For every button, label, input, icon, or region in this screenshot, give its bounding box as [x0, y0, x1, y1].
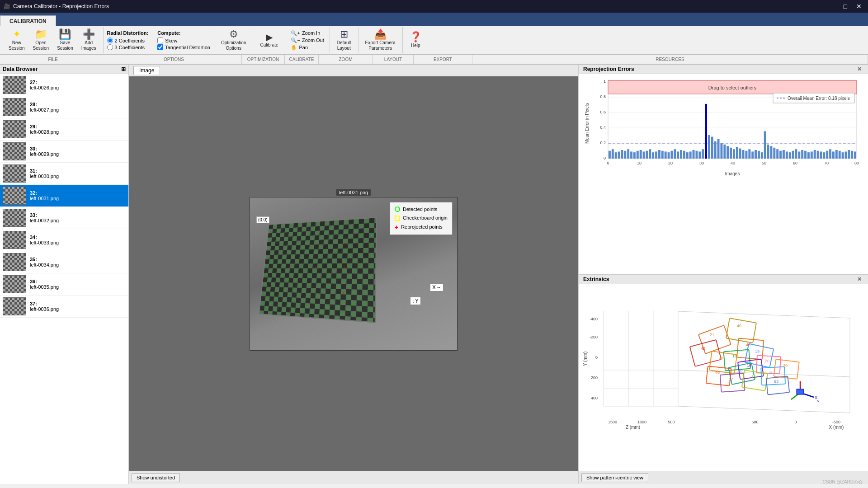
- extrinsics-close-btn[interactable]: ✕: [855, 276, 863, 282]
- svg-text:10: 10: [637, 161, 642, 165]
- svg-text:20: 20: [765, 359, 769, 363]
- default-layout-button[interactable]: ⊞ Default Layout: [334, 28, 354, 52]
- zoom-label: ZOOM: [319, 55, 373, 64]
- sidebar-options-icon[interactable]: ⊞: [121, 66, 126, 72]
- reprojection-close-btn[interactable]: ✕: [855, 66, 863, 72]
- sidebar-item[interactable]: 34: left-0033.png: [0, 229, 128, 251]
- toolbar-layout-section: ⊞ Default Layout: [330, 27, 359, 53]
- reprojection-header: Reprojection Errors ✕: [579, 65, 868, 74]
- close-btn[interactable]: ✕: [854, 3, 864, 10]
- sidebar-item[interactable]: 30: left-0029.png: [0, 141, 128, 163]
- sidebar-thumb: [3, 275, 26, 293]
- chart-bar: [832, 151, 835, 159]
- calibration-tab[interactable]: CALIBRATION: [0, 15, 56, 26]
- coeff-3-radio[interactable]: [107, 44, 113, 50]
- help-button[interactable]: ❓ Help: [406, 31, 425, 50]
- item-info: 37: left-0036.png: [30, 301, 59, 312]
- sidebar-item[interactable]: 28: left-0027.png: [0, 96, 128, 118]
- zoom-out-button[interactable]: 🔍− Zoom Out: [289, 37, 326, 44]
- svg-text:500: 500: [751, 420, 758, 424]
- chart-bar: [708, 135, 710, 159]
- minimize-btn[interactable]: —: [826, 3, 837, 10]
- optimization-label: Optimization Options: [221, 40, 246, 51]
- compute-label: Compute:: [157, 30, 210, 36]
- radial-distortion-group: Radial Distortion: 2 Coefficients 3 Coef…: [107, 30, 149, 50]
- toolbar-file-section: ✦ New Session 📁 Open Session 💾 Save Sess…: [2, 27, 104, 53]
- export-icon: 📤: [374, 29, 387, 39]
- item-number: 27:: [30, 80, 59, 85]
- svg-text:40: 40: [737, 324, 741, 328]
- sidebar-item[interactable]: 33: left-0032.png: [0, 207, 128, 229]
- image-filename: left-0031.png: [336, 189, 371, 196]
- image-content: left-0031.png (0,0): [129, 76, 578, 471]
- toolbar-export-section: 📤 Export Camera Parameters: [359, 27, 403, 53]
- item-filename: left-0026.png: [30, 85, 59, 90]
- item-number: 37:: [30, 301, 59, 306]
- export-camera-params-button[interactable]: 📤 Export Camera Parameters: [362, 28, 399, 52]
- show-undistorted-button[interactable]: Show undistorted: [132, 473, 180, 482]
- toolbar-resources-section: ❓ Help: [403, 27, 429, 53]
- zoom-in-button[interactable]: 🔍+ Zoom In: [289, 30, 326, 37]
- tangential-checkbox[interactable]: [157, 44, 163, 50]
- svg-text:-200: -200: [590, 335, 598, 339]
- sidebar-list[interactable]: 27: left-0026.png 28: left-0027.png 29: …: [0, 74, 128, 484]
- chart-bar: [674, 149, 676, 159]
- extrinsics-header: Extrinsics ✕: [579, 275, 868, 284]
- svg-text:1000: 1000: [637, 420, 646, 424]
- maximize-btn[interactable]: □: [841, 3, 850, 10]
- sidebar-thumb: [3, 187, 26, 205]
- chart-bar: [630, 151, 632, 159]
- chart-bar: [618, 151, 620, 159]
- svg-rect-87: [797, 389, 804, 394]
- save-session-icon: 💾: [59, 29, 71, 39]
- sidebar-item[interactable]: 36: left-0035.png: [0, 273, 128, 296]
- pan-button[interactable]: ✋ Pan: [289, 44, 326, 51]
- sidebar-item[interactable]: 35: left-0034.png: [0, 251, 128, 273]
- coeff-3-radio-label[interactable]: 3 Coefficients: [107, 44, 149, 50]
- chart-bar: [798, 151, 800, 159]
- calibrate-button[interactable]: ▶ Calibrate: [257, 31, 281, 49]
- show-pattern-centric-button[interactable]: Show pattern-centric view: [581, 473, 648, 482]
- sidebar-thumb: [3, 142, 26, 160]
- sidebar: Data Browser ⊞ 27: left-0026.png 28: lef…: [0, 65, 129, 484]
- coeff-2-radio[interactable]: [107, 38, 113, 43]
- svg-text:0: 0: [604, 156, 606, 160]
- save-session-button[interactable]: 💾 Save Session: [54, 28, 76, 52]
- chart-bar: [693, 150, 695, 159]
- coord-origin-label: (0,0): [256, 216, 269, 223]
- sidebar-item[interactable]: 31: left-0030.png: [0, 163, 128, 185]
- sidebar-item[interactable]: 29: left-0028.png: [0, 118, 128, 141]
- thumb-checker-pattern: [3, 276, 26, 293]
- open-session-button[interactable]: 📁 Open Session: [30, 28, 52, 52]
- window-controls[interactable]: — □ ✕: [826, 3, 864, 10]
- chart-bar: [767, 145, 769, 159]
- coeff-2-radio-label[interactable]: 2 Coefficients: [107, 38, 149, 43]
- chart-bar: [646, 151, 648, 159]
- sidebar-item[interactable]: 27: left-0026.png: [0, 74, 128, 96]
- skew-checkbox[interactable]: [157, 38, 163, 43]
- checkerboard-origin-legend: Checkerboard origin: [395, 214, 448, 223]
- svg-text:50: 50: [762, 161, 766, 165]
- extrinsics-title: Extrinsics: [583, 276, 609, 282]
- image-canvas: left-0031.png (0,0): [250, 197, 458, 351]
- chart-bar: [609, 151, 611, 159]
- skew-checkbox-label[interactable]: Skew: [157, 38, 210, 43]
- svg-text:17: 17: [729, 377, 733, 381]
- svg-text:15: 15: [751, 375, 756, 379]
- item-info: 36: left-0035.png: [30, 279, 59, 290]
- new-session-button[interactable]: ✦ New Session: [5, 28, 28, 52]
- compute-group: Compute: Skew Tangential Distortion: [157, 30, 210, 50]
- add-images-button[interactable]: ➕ Add Images: [78, 28, 99, 52]
- radial-distortion-label: Radial Distortion:: [107, 30, 149, 36]
- sidebar-item[interactable]: 37: left-0036.png: [0, 296, 128, 318]
- tangential-checkbox-label[interactable]: Tangential Distortion: [157, 44, 210, 50]
- chart-bar: [826, 151, 828, 159]
- optimization-options-button[interactable]: ⚙ Optimization Options: [218, 28, 250, 52]
- thumb-checker-pattern: [3, 121, 26, 138]
- sidebar-item[interactable]: 32: left-0031.png: [0, 185, 128, 207]
- chart-bar: [726, 146, 729, 159]
- image-tab[interactable]: Image: [133, 66, 160, 75]
- add-images-label: Add Images: [81, 40, 96, 51]
- chart-bar: [696, 151, 698, 159]
- toolbar-optimization-section: ⚙ Optimization Options: [214, 27, 254, 53]
